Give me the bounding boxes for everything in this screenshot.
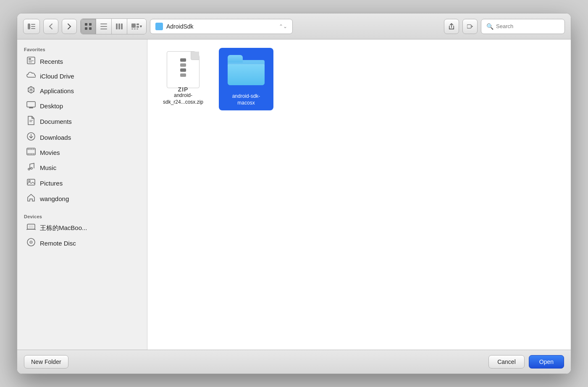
sidebar-item-remote-disc[interactable]: Remote Disc (20, 235, 144, 251)
forward-button[interactable] (62, 19, 77, 34)
sidebar-item-music[interactable]: Music (20, 160, 144, 175)
list-view-button[interactable] (96, 19, 112, 34)
svg-rect-39 (30, 154, 30, 155)
svg-rect-6 (85, 27, 87, 30)
file-item-zip[interactable]: ZIP android-sdk_r24...cosx.zip (156, 48, 210, 110)
search-input[interactable] (496, 23, 559, 29)
new-folder-button[interactable]: New Folder (24, 355, 68, 369)
svg-rect-10 (100, 29, 107, 29)
macbook-icon (26, 223, 36, 233)
svg-rect-14 (131, 24, 136, 28)
folder-icon-large (228, 55, 265, 85)
zip-icon-wrap: ZIP (164, 51, 202, 89)
svg-rect-38 (28, 154, 29, 155)
svg-rect-42 (27, 179, 35, 185)
sidebar-item-documents[interactable]: Documents (20, 113, 144, 130)
home-icon (26, 194, 36, 204)
recents-label: Recents (40, 58, 63, 65)
toolbar: ▾ AdroidSdk ⌃⌄ 🔍 (17, 13, 571, 39)
sidebar-item-downloads[interactable]: Downloads (20, 130, 144, 145)
movies-icon (26, 148, 36, 157)
sidebar-item-wangdong[interactable]: wangdong (20, 191, 144, 207)
svg-rect-29 (29, 121, 32, 122)
sidebar-item-pictures[interactable]: Pictures (20, 175, 144, 191)
svg-rect-11 (116, 24, 118, 29)
svg-rect-26 (29, 107, 33, 108)
sidebar-item-icloud[interactable]: iCloud Drive (20, 69, 144, 83)
svg-rect-37 (33, 148, 34, 149)
zip-label: ZIP (178, 86, 189, 93)
documents-label: Documents (40, 118, 72, 125)
icon-view-button[interactable] (81, 19, 96, 34)
open-button[interactable]: Open (529, 355, 564, 369)
applications-icon (26, 86, 36, 96)
svg-rect-34 (28, 148, 29, 149)
search-icon: 🔍 (486, 23, 494, 30)
sidebar-item-applications[interactable]: Applications (20, 83, 144, 99)
svg-rect-41 (33, 154, 34, 155)
path-bar-text: AdroidSdk (166, 23, 276, 30)
tag-button[interactable] (462, 19, 478, 34)
desktop-icon (26, 101, 36, 111)
svg-rect-12 (118, 24, 120, 29)
sidebar-item-movies[interactable]: Movies (20, 145, 144, 160)
documents-icon (26, 116, 36, 127)
share-button[interactable] (444, 19, 459, 34)
svg-rect-25 (27, 102, 35, 107)
back-button[interactable] (43, 19, 58, 34)
path-bar[interactable]: AdroidSdk ⌃⌄ (150, 19, 293, 34)
view-toggle-group: ▾ (80, 18, 147, 34)
music-label: Music (40, 164, 56, 171)
svg-rect-22 (29, 58, 31, 60)
sidebar-item-macbook[interactable]: 王栋的MacBoo... (20, 221, 144, 235)
remote-disc-label: Remote Disc (40, 240, 76, 247)
svg-rect-20 (467, 24, 471, 28)
cancel-button[interactable]: Cancel (488, 355, 525, 369)
svg-rect-28 (29, 120, 33, 121)
folder-icon-wrap (227, 51, 265, 89)
folder-file-name: android-sdk-macosx (222, 92, 270, 107)
file-item-folder[interactable]: android-sdk-macosx (219, 48, 273, 110)
icloud-icon (26, 72, 36, 81)
folder-icon-small (155, 23, 163, 30)
svg-rect-33 (27, 153, 35, 154)
svg-rect-5 (89, 23, 92, 26)
zip-file-name: android-sdk_r24...cosx.zip (159, 92, 207, 105)
music-icon (26, 162, 36, 173)
downloads-label: Downloads (40, 134, 71, 141)
svg-rect-4 (85, 23, 87, 26)
desktop-label: Desktop (40, 102, 63, 110)
gallery-view-button[interactable]: ▾ (127, 19, 146, 34)
pictures-icon (26, 178, 36, 188)
svg-rect-1 (31, 24, 35, 25)
main-area: Favorites Recents (17, 39, 571, 350)
svg-rect-3 (31, 28, 35, 29)
svg-rect-9 (100, 26, 107, 27)
svg-rect-15 (136, 24, 139, 25)
svg-rect-27 (28, 107, 34, 107)
applications-label: Applications (40, 87, 74, 94)
favorites-section-title: Favorites (17, 44, 147, 54)
wangdong-label: wangdong (40, 195, 69, 202)
pictures-label: Pictures (40, 180, 63, 187)
sidebar-item-recents[interactable]: Recents (20, 54, 144, 69)
path-chevron-icon: ⌃⌄ (279, 24, 287, 29)
sidebar-item-desktop[interactable]: Desktop (20, 99, 144, 113)
column-view-button[interactable] (112, 19, 127, 34)
search-box[interactable]: 🔍 (481, 19, 565, 34)
file-area: ZIP android-sdk_r24...cosx.zip android-s… (147, 39, 571, 350)
disc-icon (26, 238, 36, 248)
downloads-icon (26, 132, 36, 143)
devices-section-title: Devices (17, 212, 147, 221)
svg-rect-2 (31, 26, 35, 27)
sidebar-toggle-button[interactable] (23, 19, 40, 34)
svg-rect-13 (121, 24, 123, 29)
svg-rect-23 (29, 60, 34, 61)
bottom-left: New Folder (24, 355, 68, 369)
svg-rect-17 (131, 29, 133, 29)
macbook-label: 王栋的MacBoo... (40, 224, 87, 232)
bottom-bar: New Folder Cancel Open (17, 350, 571, 374)
movies-label: Movies (40, 149, 60, 156)
finder-window: ▾ AdroidSdk ⌃⌄ 🔍 (17, 13, 571, 374)
svg-rect-35 (30, 148, 30, 149)
